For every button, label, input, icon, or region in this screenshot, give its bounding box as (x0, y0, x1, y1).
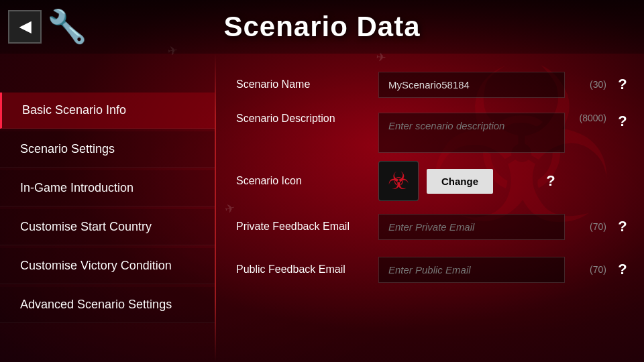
scenario-name-row: Scenario Name (30) ? (236, 67, 631, 102)
sidebar-item-customise-start-country[interactable]: Customise Start Country (0, 209, 215, 245)
private-email-label: Private Feedback Email (236, 221, 370, 233)
sidebar-label: Customise Start Country (20, 220, 152, 233)
page-title: Scenario Data (223, 11, 420, 43)
topbar: ◀ 🔧 Scenario Data (0, 0, 644, 54)
sidebar-label: Advanced Scenario Settings (20, 298, 172, 311)
private-email-row: Private Feedback Email (70) ? (236, 209, 631, 244)
scenario-description-help-button[interactable]: ? (614, 113, 631, 130)
sidebar-label: Scenario Settings (20, 142, 115, 156)
sidebar: Basic Scenario Info Scenario Settings In… (0, 54, 215, 362)
change-icon-button[interactable]: Change (427, 169, 493, 194)
scenario-description-input[interactable] (378, 113, 565, 153)
scenario-icon-help-button[interactable]: ? (543, 172, 559, 190)
biohazard-icon: ☣ (388, 167, 409, 195)
tools-icon: 🔧 (47, 8, 87, 46)
public-email-help-button[interactable]: ? (614, 261, 631, 278)
sidebar-label: Basic Scenario Info (22, 103, 126, 117)
scenario-icon-row: Scenario Icon ☣ Change ? (236, 161, 631, 201)
sidebar-label: Customise Victory Condition (20, 259, 172, 272)
back-arrow-icon: ◀ (19, 18, 31, 36)
scenario-name-help-button[interactable]: ? (614, 76, 631, 93)
private-email-char-count: (70) (573, 221, 606, 232)
main-content: Scenario Name (30) ? Scenario Descriptio… (216, 54, 644, 362)
sidebar-label: In-Game Introduction (20, 181, 133, 194)
scenario-name-input[interactable] (378, 72, 565, 98)
scenario-description-char-count: (8000) (573, 113, 606, 123)
sidebar-item-scenario-settings[interactable]: Scenario Settings (0, 131, 215, 168)
sidebar-item-advanced-scenario-settings[interactable]: Advanced Scenario Settings (0, 287, 215, 323)
public-email-label: Public Feedback Email (236, 263, 370, 276)
private-email-input[interactable] (378, 214, 565, 240)
public-email-row: Public Feedback Email (70) ? (236, 252, 631, 287)
scenario-name-char-count: (30) (573, 79, 606, 90)
public-email-char-count: (70) (573, 264, 606, 275)
scenario-icon-container: ☣ (378, 161, 419, 201)
back-button[interactable]: ◀ (8, 10, 42, 44)
private-email-help-button[interactable]: ? (614, 218, 631, 235)
sidebar-item-in-game-introduction[interactable]: In-Game Introduction (0, 170, 215, 206)
scenario-icon-label: Scenario Icon (236, 175, 370, 187)
sidebar-item-basic-scenario-info[interactable]: Basic Scenario Info (0, 93, 215, 129)
scenario-description-row: Scenario Description (8000) ? (236, 110, 631, 153)
scenario-name-label: Scenario Name (236, 78, 370, 90)
sidebar-item-customise-victory-condition[interactable]: Customise Victory Condition (0, 248, 215, 284)
scenario-description-label: Scenario Description (236, 113, 370, 125)
public-email-input[interactable] (378, 257, 565, 283)
